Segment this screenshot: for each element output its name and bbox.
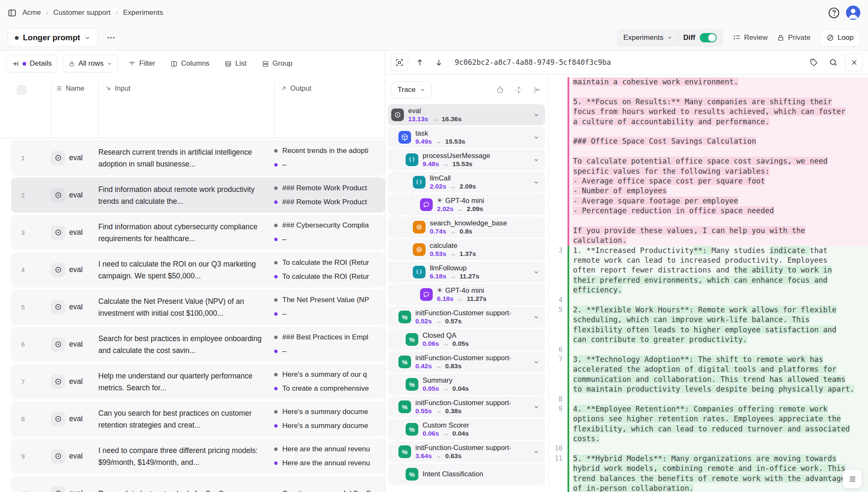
trace-span-row[interactable]: task9.49s→15.53s: [388, 127, 545, 148]
trace-span-row[interactable]: ()llmFollowup6.18s→11.27s: [388, 261, 545, 283]
row-input: I need to calculate the ROI on our Q3 ma…: [98, 258, 270, 282]
details-button[interactable]: Details: [6, 55, 58, 72]
span-type-scorer-icon: %: [406, 378, 418, 391]
table-row[interactable]: 10evalResearch industry standards for Sa…: [11, 476, 385, 492]
group-button[interactable]: Group: [257, 55, 298, 72]
table-row[interactable]: 6evalSearch for best practices in employ…: [11, 327, 385, 362]
list-button[interactable]: List: [220, 55, 251, 72]
trace-span-row[interactable]: %Summary0.05s→0.04s: [388, 374, 545, 395]
user-avatar[interactable]: [846, 6, 860, 20]
breadcrumb-item-acme[interactable]: Acme: [22, 8, 41, 17]
span-durations: 0.53s→1.37s: [430, 250, 476, 258]
chevron-down-icon[interactable]: [533, 449, 540, 455]
all-rows-filter[interactable]: All rows: [63, 55, 119, 72]
table-row[interactable]: 3evalFind information about cybersecurit…: [11, 215, 385, 250]
diff-line-number: [549, 117, 568, 127]
view-selector[interactable]: Experiments: [618, 29, 678, 47]
search-icon[interactable]: [826, 58, 841, 67]
timing-icon[interactable]: [496, 86, 504, 94]
table-row[interactable]: 8evalCan you search for best practices o…: [11, 401, 385, 436]
table-row[interactable]: 1evalResearch current trends in artifici…: [11, 140, 385, 175]
loop-button[interactable]: Loop: [820, 29, 860, 47]
duration-current: 6.18s: [430, 272, 446, 280]
table-row[interactable]: 2evalFind information about remote work …: [11, 178, 385, 213]
trace-span-row[interactable]: %initFunction-Customer support-C...0.55s…: [388, 396, 545, 417]
row-number: 2: [11, 192, 51, 199]
arrow-icon: →: [442, 340, 449, 347]
help-icon[interactable]: [828, 7, 840, 19]
diff-toggle[interactable]: [700, 33, 717, 42]
output-menu-icon[interactable]: [843, 469, 862, 489]
tag-icon[interactable]: [806, 58, 821, 67]
sidebar-toggle-icon[interactable]: [8, 8, 17, 17]
column-header-output[interactable]: Output: [281, 84, 312, 92]
table-row[interactable]: 7evalHelp me understand our quarterly pe…: [11, 364, 385, 399]
arrow-icon: →: [442, 430, 449, 437]
select-all-checkbox[interactable]: [17, 85, 26, 95]
trace-span-row[interactable]: %initFunction-Customer support-C...0.52s…: [388, 306, 545, 328]
table-row[interactable]: 4evalI need to calculate the ROI on our …: [11, 252, 385, 287]
output-text: To calculate the ROI (Retur: [282, 272, 369, 281]
chevron-down-icon[interactable]: [533, 134, 540, 141]
row-name-cell: eval: [51, 225, 98, 240]
chevron-down-icon[interactable]: [533, 157, 540, 163]
columns-button[interactable]: Columns: [165, 55, 214, 72]
diff-line-removed: - Number of employees: [549, 186, 868, 196]
experiment-selector[interactable]: Longer prompt: [8, 28, 98, 47]
column-header-name[interactable]: Name: [56, 84, 84, 92]
chevron-down-icon[interactable]: [533, 179, 540, 186]
row-output: Here's a summary of our qTo create a com…: [274, 370, 385, 393]
expand-fullscreen-icon[interactable]: [390, 53, 408, 71]
trace-span-row[interactable]: %Intent Classification: [388, 464, 545, 485]
private-button[interactable]: Private: [777, 33, 810, 42]
diff-segment: options see higher retention rates. Empl…: [573, 414, 841, 423]
collapse-panel-left-icon[interactable]: [533, 86, 542, 94]
filter-button[interactable]: Filter: [123, 55, 160, 72]
trace-span-row[interactable]: ()llmCall2.02s→2.09s: [388, 172, 545, 193]
trace-span-row[interactable]: %Closed QA0.06s→0.05s: [388, 329, 545, 350]
chevron-down-icon[interactable]: [533, 314, 540, 320]
trace-view-selector[interactable]: Trace: [391, 81, 432, 98]
chevron-down-icon[interactable]: [533, 404, 540, 410]
filter-label: Filter: [139, 59, 155, 68]
breadcrumb-item-experiments[interactable]: Experiments: [123, 8, 163, 17]
trace-span-row[interactable]: %Custom Scorer0.06s→0.04s: [388, 419, 545, 440]
chevron-down-icon[interactable]: [533, 269, 540, 275]
trace-span-row[interactable]: ✳GPT-4o mini2.02s→2.09s: [388, 194, 545, 215]
diff-line-text: focus from hours worked to results achie…: [569, 107, 868, 117]
diff-line-added: trend balances the benefits of remote wo…: [549, 474, 868, 484]
trace-span-row[interactable]: %initFunction-Customer support-C...3.64s…: [388, 441, 545, 462]
output-bullet: [274, 200, 278, 204]
row-name: eval: [69, 377, 83, 386]
diff-line-text: of in-person collaboration.: [569, 484, 868, 492]
trace-span-row[interactable]: %initFunction-Customer support-C...0.42s…: [388, 351, 545, 372]
trace-span-row[interactable]: ()processUserMessage9.48s→15.53s: [388, 149, 545, 170]
chevron-down-icon[interactable]: [533, 359, 540, 365]
arrow-up-right-icon: [281, 85, 287, 92]
trace-span-row[interactable]: calculate0.53s→1.37s: [388, 239, 545, 260]
more-options-icon[interactable]: [103, 33, 119, 42]
table-row[interactable]: 9evalI need to compare three different p…: [11, 439, 385, 474]
review-button[interactable]: Review: [733, 33, 768, 42]
diff-line-added: efficiency.: [549, 285, 868, 295]
collapse-vertical-icon[interactable]: [515, 86, 523, 94]
table-row[interactable]: 5evalCalculate the Net Present Value (NP…: [11, 289, 385, 325]
diff-segment: accelerated the adoption of digital tool…: [573, 365, 837, 373]
trace-span-row[interactable]: ✳GPT-4o mini6.18s→11.27s: [388, 284, 545, 305]
diff-line-text: maintain a cohesive work environment.: [569, 77, 868, 87]
chevron-down-icon[interactable]: [533, 112, 540, 118]
trace-span-row[interactable]: search_knowledge_base0.74s→0.8s: [388, 217, 545, 238]
diff-segment: maintain a cohesive work environment.: [573, 78, 738, 86]
trace-span-row[interactable]: eval13.13s→16.36s: [388, 104, 545, 125]
span-info: eval13.13s→16.36s: [408, 107, 462, 123]
close-icon[interactable]: [845, 53, 863, 71]
diff-line-number: [549, 464, 568, 473]
span-type-function-icon: (): [413, 176, 426, 189]
breadcrumb-item-project[interactable]: Customer support: [53, 8, 111, 17]
checklist-icon: [733, 34, 741, 42]
output-line: To create a comprehensive: [274, 384, 385, 393]
next-row-icon[interactable]: [431, 58, 446, 67]
table-header: Name Input Output: [0, 77, 385, 138]
previous-row-icon[interactable]: [412, 58, 427, 67]
column-header-input[interactable]: Input: [105, 84, 131, 92]
